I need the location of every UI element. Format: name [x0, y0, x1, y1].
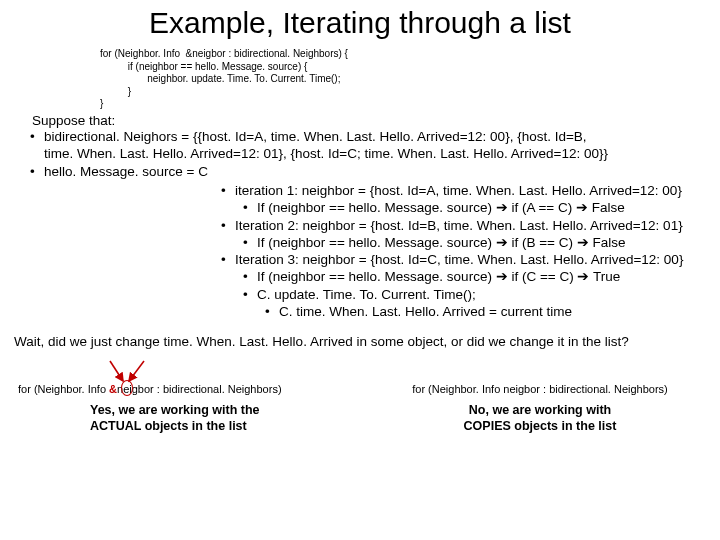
left-cap1: Yes, we are working with the: [90, 403, 260, 417]
code-line-1: for (Neighbor. Info &neigbor : bidirecti…: [100, 48, 348, 59]
slide-title: Example, Iterating through a list: [0, 6, 720, 40]
left-for-pre: for (Neighbor. Info: [18, 383, 109, 395]
iter3b-text: C. update. Time. To. Current. Time();: [257, 287, 476, 302]
iter1-text: iteration 1: neighbor = {host. Id=A, tim…: [235, 183, 682, 198]
svg-line-0: [110, 361, 123, 381]
code-line-5: }: [100, 98, 103, 109]
comparison-row: for (Neighbor. Info &neigbor : bidirecti…: [0, 383, 720, 434]
left-caption: Yes, we are working with the ACTUAL obje…: [90, 403, 360, 434]
right-caption: No, we are working with COPIES objects i…: [360, 403, 720, 434]
iter2-sub: If (neighbor == hello. Message. source) …: [257, 234, 720, 251]
right-column: for (Neighbor. Info neigbor : bidirectio…: [360, 383, 720, 434]
right-cap2: COPIES objects in the list: [464, 419, 617, 433]
question-text: Wait, did we just change time. When. Las…: [14, 334, 720, 349]
svg-line-1: [129, 361, 144, 381]
iteration-list: iteration 1: neighbor = {host. Id=A, tim…: [0, 182, 720, 320]
iter3-sub-b: C. update. Time. To. Current. Time(); C.…: [257, 286, 720, 321]
assumption-2: hello. Message. source = C: [44, 163, 720, 181]
assumption-1: bidirectional. Neighors = {{host. Id=A, …: [44, 128, 720, 163]
code-line-3: neighbor. update. Time. To. Current. Tim…: [100, 73, 340, 84]
iter3-sub-a: If (neighbor == hello. Message. source) …: [257, 268, 720, 285]
iter1-sub: If (neighbor == hello. Message. source) …: [257, 199, 720, 216]
iteration-3: Iteration 3: neighbor = {host. Id=C, tim…: [235, 251, 720, 320]
right-cap1: No, we are working with: [469, 403, 611, 417]
left-cap2: ACTUAL objects in the list: [90, 419, 247, 433]
iter3-text: Iteration 3: neighbor = {host. Id=C, tim…: [235, 252, 683, 267]
code-block: for (Neighbor. Info &neigbor : bidirecti…: [100, 48, 720, 111]
assumption-1a: bidirectional. Neighors = {{host. Id=A, …: [44, 129, 587, 144]
iter2-text: Iteration 2: neighbor = {host. Id=B, tim…: [235, 218, 683, 233]
left-for-line: for (Neighbor. Info &neigbor : bidirecti…: [18, 383, 360, 395]
assumption-1b: time. When. Last. Hello. Arrived=12: 01}…: [44, 146, 608, 161]
left-column: for (Neighbor. Info &neigbor : bidirecti…: [0, 383, 360, 434]
iteration-2: Iteration 2: neighbor = {host. Id=B, tim…: [235, 217, 720, 252]
iteration-1: iteration 1: neighbor = {host. Id=A, tim…: [235, 182, 720, 217]
code-line-4: }: [100, 86, 131, 97]
code-line-2: if (neighbor == hello. Message. source) …: [100, 61, 307, 72]
suppose-heading: Suppose that:: [32, 113, 720, 128]
right-for-line: for (Neighbor. Info neigbor : bidirectio…: [360, 383, 720, 395]
iter3-sub-c: C. time. When. Last. Hello. Arrived = cu…: [279, 303, 720, 320]
assumption-list: bidirectional. Neighors = {{host. Id=A, …: [0, 128, 720, 181]
